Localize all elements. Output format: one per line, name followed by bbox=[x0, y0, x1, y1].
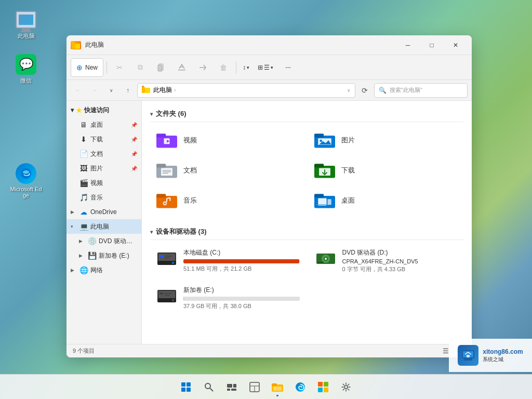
folder-pictures-icon-container bbox=[313, 130, 336, 150]
sidebar-item-music[interactable]: 🎵 音乐 bbox=[66, 190, 141, 205]
drives-section-header[interactable]: ▾ 设备和驱动器 (3) bbox=[150, 223, 463, 240]
c-drive-info: 本地磁盘 (C:) 51.1 MB 可用，共 21.2 GB bbox=[183, 248, 300, 273]
cut-button[interactable]: ✂ bbox=[110, 58, 129, 77]
svg-rect-64 bbox=[464, 358, 472, 361]
folder-desktop-icon-container bbox=[313, 191, 336, 210]
maximize-button[interactable]: □ bbox=[420, 37, 444, 54]
sidebar-item-downloads[interactable]: ⬇ 下载 📌 bbox=[66, 132, 141, 147]
toolbar-sep-2 bbox=[236, 61, 236, 74]
folder-item-documents[interactable]: 文档 bbox=[150, 156, 306, 184]
sidebar-item-newvol[interactable]: ▶ 💾 新加卷 (E:) bbox=[66, 248, 141, 263]
back-button[interactable]: ← bbox=[71, 83, 85, 98]
svg-rect-54 bbox=[317, 262, 324, 263]
delete-button[interactable]: 🗑 bbox=[214, 58, 233, 77]
sort-button[interactable]: ↕ ▾ bbox=[240, 58, 252, 77]
status-count: 9 个项目 bbox=[73, 347, 95, 355]
taskbar-store-button[interactable] bbox=[313, 377, 334, 397]
sidebar-item-onedrive[interactable]: ▶ ☁ OneDrive bbox=[66, 205, 141, 219]
c-drive-bar bbox=[183, 259, 299, 263]
network-sidebar-icon: 🌐 bbox=[79, 265, 88, 275]
sidebar-item-desktop[interactable]: 🖥 桌面 📌 bbox=[66, 117, 141, 132]
folder-item-desktop[interactable]: 桌面 bbox=[308, 187, 464, 215]
watermark: xitong86.com 系统之城 bbox=[449, 339, 532, 372]
folders-section-label: 文件夹 (6) bbox=[156, 109, 187, 118]
taskbar-widgets-button[interactable] bbox=[244, 377, 265, 397]
e-drive-bar-container bbox=[183, 297, 300, 301]
folder-music-name: 音乐 bbox=[183, 196, 197, 205]
sidebar-downloads-icon: ⬇ bbox=[79, 135, 88, 144]
watermark-text: xitong86.com 系统之城 bbox=[483, 348, 523, 364]
folders-section-header[interactable]: ▾ 文件夹 (6) bbox=[150, 105, 463, 122]
taskbar-search-icon bbox=[204, 382, 214, 392]
svg-rect-2 bbox=[75, 44, 80, 49]
svg-rect-81 bbox=[273, 387, 282, 391]
dvd-drive-name: DVD 驱动器 (D:) bbox=[342, 248, 459, 257]
desktop-icon-edge[interactable]: Microsoft Edge bbox=[7, 161, 45, 201]
taskbar-taskview-button[interactable] bbox=[221, 377, 242, 397]
e-drive-bar bbox=[183, 297, 184, 301]
address-path-icon bbox=[142, 86, 150, 95]
share-button[interactable] bbox=[193, 58, 212, 77]
folder-item-downloads[interactable]: 下载 bbox=[308, 156, 464, 184]
sidebar-item-network[interactable]: ▶ 🌐 网络 bbox=[66, 263, 141, 277]
new-button[interactable]: ⊕ New bbox=[71, 58, 103, 77]
sidebar-item-pictures[interactable]: 🖼 图片 📌 bbox=[66, 161, 141, 176]
forward-button[interactable]: → bbox=[87, 83, 102, 98]
sidebar-item-videos[interactable]: 🎬 视频 bbox=[66, 176, 141, 190]
quick-access-header[interactable]: ▾ ★ 快速访问 bbox=[66, 103, 141, 117]
more-button[interactable]: ··· bbox=[278, 58, 297, 77]
up-button[interactable]: ↑ bbox=[121, 83, 135, 98]
dvd-sidebar-icon: 💿 bbox=[87, 236, 97, 246]
sidebar-item-documents[interactable]: 📄 文档 📌 bbox=[66, 147, 141, 161]
taskbar-explorer-icon bbox=[272, 382, 283, 392]
desktop-icon-thispc[interactable]: 此电脑 bbox=[7, 7, 45, 42]
folder-item-videos[interactable]: 视频 bbox=[150, 126, 306, 154]
svg-rect-40 bbox=[318, 205, 326, 206]
taskbar-settings-button[interactable] bbox=[336, 377, 356, 397]
minimize-button[interactable]: ─ bbox=[396, 37, 420, 54]
taskbar-search-button[interactable] bbox=[198, 377, 219, 397]
taskbar-explorer-button[interactable] bbox=[267, 377, 288, 397]
search-box[interactable]: 🔍 搜索"此电脑" bbox=[374, 83, 468, 98]
svg-rect-69 bbox=[187, 388, 191, 392]
svg-rect-65 bbox=[467, 355, 470, 357]
paste-button[interactable] bbox=[152, 58, 170, 77]
view-button[interactable]: ⊞ ☰ ▾ bbox=[255, 58, 276, 77]
search-placeholder: 搜索"此电脑" bbox=[390, 86, 422, 94]
taskbar-edge-button[interactable] bbox=[290, 377, 311, 397]
dvd-chevron: ▶ bbox=[79, 238, 85, 244]
desktop-icon-wechat[interactable]: 💬 微信 bbox=[7, 52, 45, 87]
folder-item-music[interactable]: 音乐 bbox=[150, 187, 306, 215]
taskbar-start-button[interactable] bbox=[176, 377, 196, 397]
copy-button[interactable]: ⧉ bbox=[131, 58, 150, 77]
widgets-icon bbox=[249, 382, 260, 392]
sidebar-item-dvd[interactable]: ▶ 💿 DVD 驱动器 (D:) bbox=[66, 234, 141, 248]
taskbar-settings-icon bbox=[341, 382, 351, 392]
network-chevron: ▶ bbox=[71, 268, 77, 273]
sidebar-videos-icon: 🎬 bbox=[79, 178, 88, 188]
rename-button[interactable] bbox=[172, 58, 191, 77]
drive-item-e[interactable]: 新加卷 (E:) 37.9 GB 可用，共 38.0 GB bbox=[150, 282, 305, 314]
svg-point-53 bbox=[325, 258, 327, 260]
refresh-button[interactable]: ⟳ bbox=[357, 83, 372, 98]
sidebar-item-thispc[interactable]: ▾ 💻 此电脑 bbox=[66, 219, 141, 234]
svg-rect-59 bbox=[159, 292, 164, 295]
drive-item-c[interactable]: 本地磁盘 (C:) 51.1 MB 可用，共 21.2 GB bbox=[150, 244, 305, 277]
explorer-window-icon bbox=[71, 41, 81, 49]
svg-point-18 bbox=[320, 140, 322, 142]
folder-item-pictures[interactable]: 图片 bbox=[308, 126, 464, 154]
address-input[interactable]: 此电脑 › ∨ bbox=[137, 83, 355, 98]
recent-button[interactable]: ∨ bbox=[104, 83, 118, 98]
svg-rect-42 bbox=[327, 199, 331, 205]
folder-desktop-icon bbox=[314, 192, 335, 209]
sidebar-pictures-pin-icon: 📌 bbox=[131, 166, 137, 171]
taskbar bbox=[0, 374, 532, 399]
drive-item-dvd[interactable]: DVD 驱动器 (D:) CPRA_X64FRE_ZH-CN_DV5 0 字节 … bbox=[309, 244, 464, 277]
close-button[interactable]: ✕ bbox=[444, 37, 468, 54]
folder-video-icon bbox=[156, 131, 177, 149]
folder-pictures-icon bbox=[314, 131, 335, 149]
svg-rect-85 bbox=[318, 388, 323, 392]
folder-music-icon-container bbox=[155, 191, 178, 210]
sidebar: ▾ ★ 快速访问 🖥 桌面 📌 ⬇ 下载 📌 📄 文档 📌 bbox=[66, 101, 142, 344]
sort-icon: ↕ bbox=[243, 64, 246, 71]
